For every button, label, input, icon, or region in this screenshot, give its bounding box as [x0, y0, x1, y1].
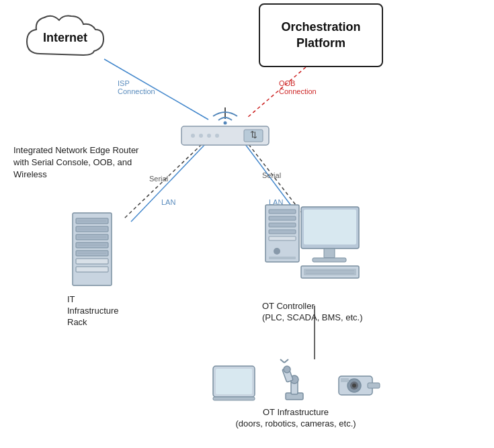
svg-point-11 — [191, 134, 195, 138]
svg-rect-47 — [216, 369, 252, 394]
svg-point-59 — [352, 384, 356, 388]
svg-line-55 — [284, 359, 288, 363]
svg-rect-40 — [324, 249, 335, 258]
svg-text:Internet: Internet — [43, 31, 87, 44]
camera-icon — [329, 366, 382, 403]
svg-rect-24 — [76, 267, 108, 272]
network-diagram: ISPConnection OOBConnection Serial LAN S… — [0, 0, 494, 448]
svg-rect-39 — [304, 210, 356, 244]
ot-controller-label: OT Controller(PLC, SCADA, BMS, etc.) — [262, 301, 370, 324]
cloud-icon: Internet — [20, 7, 128, 67]
it-rack-label: ITInfrastructureRack — [67, 294, 134, 328]
svg-rect-33 — [269, 223, 296, 227]
svg-rect-35 — [269, 236, 296, 240]
svg-point-12 — [199, 134, 203, 138]
it-rack-node: ITInfrastructureRack — [67, 212, 134, 328]
svg-rect-32 — [269, 216, 296, 220]
orchestration-platform-label: Orchestration Platform — [260, 19, 382, 51]
ot-controller-icon — [262, 201, 363, 296]
svg-point-53 — [284, 366, 290, 373]
router-description: Integrated Network Edge Router with Seri… — [13, 144, 145, 181]
lan-label-left: LAN — [161, 198, 175, 206]
router-icon: ⇅ — [171, 104, 279, 151]
ot-infrastructure-node: OT Infrastructure(doors, robotics, camer… — [208, 356, 383, 430]
it-rack-icon — [67, 212, 118, 289]
serial-label-right: Serial — [262, 171, 281, 179]
svg-line-54 — [280, 359, 284, 363]
svg-rect-41 — [313, 258, 346, 262]
svg-rect-37 — [269, 257, 296, 259]
svg-rect-60 — [368, 383, 380, 388]
ot-controller-node: OT Controller(PLC, SCADA, BMS, etc.) — [262, 201, 370, 324]
isp-connection-label: ISPConnection — [118, 79, 155, 95]
svg-rect-31 — [269, 210, 296, 214]
svg-point-13 — [207, 134, 211, 138]
robot-arm-icon — [271, 356, 318, 403]
internet-node: Internet — [20, 7, 128, 67]
svg-rect-23 — [76, 259, 108, 264]
svg-text:⇅: ⇅ — [250, 130, 257, 140]
svg-rect-61 — [341, 378, 349, 382]
svg-point-36 — [274, 248, 280, 255]
serial-label-left: Serial — [149, 175, 168, 183]
oob-connection-label: OOBConnection — [279, 79, 317, 95]
orchestration-platform-box: Orchestration Platform — [259, 3, 383, 67]
tablet-icon — [210, 363, 260, 403]
svg-rect-43 — [304, 269, 356, 275]
svg-rect-34 — [269, 230, 296, 234]
svg-rect-48 — [213, 397, 255, 400]
ot-infrastructure-label: OT Infrastructure(doors, robotics, camer… — [208, 407, 383, 430]
router-node: ⇅ — [171, 104, 279, 154]
svg-point-9 — [224, 122, 227, 125]
svg-point-14 — [215, 134, 219, 138]
